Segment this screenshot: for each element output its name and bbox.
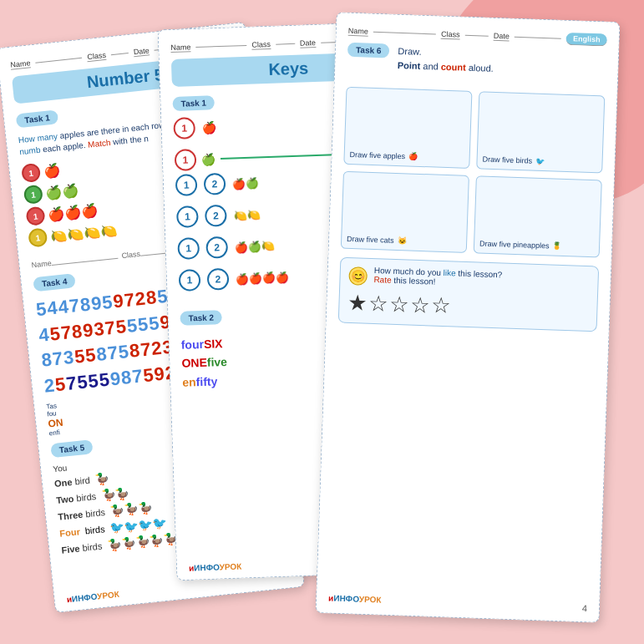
cat-icon: 🐱 (398, 236, 407, 245)
smiley-icon: 😊 (348, 266, 368, 286)
key-number-6a: 1 (179, 269, 201, 292)
apple-count-3: 1 (25, 206, 45, 226)
apple-count-4: 1 (28, 227, 48, 247)
name-field (35, 58, 82, 63)
key-number-5b: 2 (205, 236, 228, 259)
task6-instruction: Draw. Point and count aloud. (398, 44, 494, 75)
logo-p3: иИНФОУРОК (328, 593, 382, 604)
draw-grid: Draw five apples 🍎 Draw five birds 🐦 Dra… (341, 87, 606, 258)
rating-section: 😊 How much do you like this lesson? Rate… (338, 257, 600, 332)
key-number-3b: 2 (204, 173, 226, 195)
worksheet-page-3: Name Class Date English Task 6 Draw. Poi… (316, 12, 621, 622)
apple-count-1: 1 (21, 163, 41, 183)
english-badge-p3: English (566, 33, 607, 47)
logo-p1: иИНФОУРОК (66, 590, 119, 605)
task2-badge: Task 2 (180, 310, 222, 326)
name-label: Name (10, 58, 31, 69)
key-number-4b: 2 (205, 205, 227, 227)
draw-label-birds: Draw five birds (482, 155, 532, 165)
pineapple-icon: 🍍 (552, 241, 561, 250)
task1-badge-p2: Task 1 (172, 95, 215, 111)
key-number-1: 1 (173, 117, 195, 139)
draw-label-apples: Draw five apples (350, 150, 406, 160)
apple-icon: 🍎 (408, 152, 418, 160)
draw-box-birds: Draw five birds 🐦 (476, 91, 605, 173)
draw-box-pineapples: Draw five pineapples 🍍 (474, 175, 602, 257)
task1-badge-p1: Task 1 (16, 109, 59, 128)
key-number-5a: 1 (177, 237, 200, 260)
draw-label-pineapples: Draw five pineapples (479, 239, 550, 250)
class-label: Class (87, 51, 107, 62)
page-number: 4 (582, 603, 588, 613)
date-label: Date (133, 46, 150, 57)
class-field (111, 53, 129, 55)
star-rating[interactable]: ★☆☆☆☆ (347, 290, 589, 324)
bird-icon: 🐦 (535, 157, 545, 165)
key-number-4a: 1 (176, 205, 199, 228)
task4-badge: Task 4 (33, 273, 76, 292)
draw-box-cats: Draw five cats 🐱 (341, 171, 469, 253)
draw-label-cats: Draw five cats (347, 235, 394, 245)
logo-p2: иИНФОУРОК (189, 561, 242, 572)
key-number-2: 1 (175, 149, 197, 171)
task5-badge: Task 5 (50, 439, 94, 458)
key-number-3a: 1 (175, 174, 198, 196)
rating-text: How much do you like this lesson? Rate t… (373, 266, 502, 288)
draw-box-apples: Draw five apples 🍎 (343, 87, 472, 169)
apple-count-2: 1 (23, 185, 43, 205)
task6-badge: Task 6 (347, 43, 390, 58)
key-number-6b: 2 (207, 268, 230, 291)
